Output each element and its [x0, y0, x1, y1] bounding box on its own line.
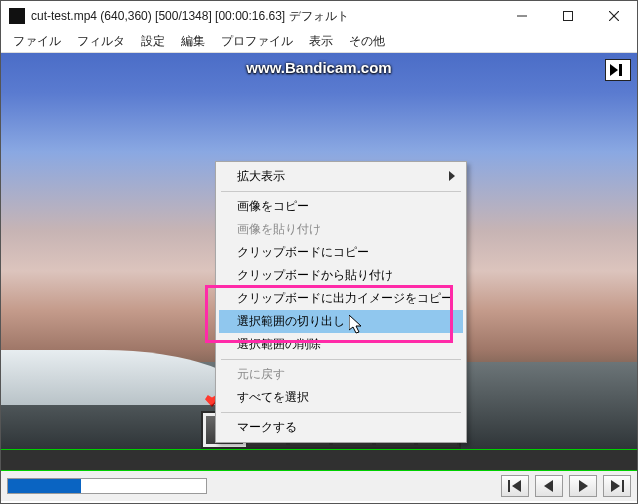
ctx-item-label: 選択範囲の削除: [237, 336, 321, 353]
jump-to-end-button[interactable]: [605, 59, 631, 81]
ctx-separator: [221, 191, 461, 192]
ctx-item-label: 元に戻す: [237, 366, 285, 383]
svg-marker-10: [544, 480, 553, 492]
ctx-mark[interactable]: マークする: [219, 416, 463, 439]
close-icon: [609, 11, 619, 21]
position-slider[interactable]: [7, 478, 207, 494]
svg-rect-8: [508, 480, 510, 492]
menu-view[interactable]: 表示: [301, 31, 341, 52]
timeline-track[interactable]: [1, 449, 637, 471]
maximize-icon: [563, 11, 573, 21]
ctx-paste-clipboard[interactable]: クリップボードから貼り付け: [219, 264, 463, 287]
submenu-arrow-icon: [449, 170, 455, 184]
maximize-button[interactable]: [545, 1, 591, 31]
context-menu: 拡大表示 画像をコピー 画像を貼り付け クリップボードにコピー クリップボードか…: [215, 161, 467, 443]
svg-marker-4: [610, 64, 618, 76]
ctx-separator: [221, 359, 461, 360]
prev-keyframe-button[interactable]: [501, 475, 529, 497]
svg-marker-6: [449, 171, 455, 181]
jump-to-end-icon: [610, 64, 626, 76]
menu-filter[interactable]: フィルタ: [69, 31, 133, 52]
ctx-item-label: 拡大表示: [237, 168, 285, 185]
watermark-text: www.Bandicam.com: [246, 59, 391, 76]
next-frame-button[interactable]: [569, 475, 597, 497]
menu-other[interactable]: その他: [341, 31, 393, 52]
menu-profile[interactable]: プロファイル: [213, 31, 301, 52]
ctx-cut-selection[interactable]: 選択範囲の切り出し: [219, 310, 463, 333]
app-window: cut-test.mp4 (640,360) [500/1348] [00:00…: [0, 0, 638, 504]
ctx-delete-selection[interactable]: 選択範囲の削除: [219, 333, 463, 356]
ctx-copy-clipboard[interactable]: クリップボードにコピー: [219, 241, 463, 264]
prev-frame-button[interactable]: [535, 475, 563, 497]
menu-file[interactable]: ファイル: [5, 31, 69, 52]
ctx-copy-output-image[interactable]: クリップボードに出力イメージをコピー: [219, 287, 463, 310]
ctx-item-label: 画像を貼り付け: [237, 221, 321, 238]
slider-fill: [8, 479, 81, 493]
video-viewport[interactable]: www.Bandicam.com 拡大表示: [1, 53, 637, 449]
next-keyframe-icon: [610, 480, 624, 492]
ctx-item-label: 画像をコピー: [237, 198, 309, 215]
titlebar: cut-test.mp4 (640,360) [500/1348] [00:00…: [1, 1, 637, 31]
ctx-item-label: クリップボードに出力イメージをコピー: [237, 290, 453, 307]
svg-marker-11: [579, 480, 588, 492]
svg-rect-1: [564, 12, 573, 21]
ctx-select-all[interactable]: すべてを選択: [219, 386, 463, 409]
ctx-separator: [221, 412, 461, 413]
next-keyframe-button[interactable]: [603, 475, 631, 497]
app-icon: [9, 8, 25, 24]
menubar: ファイル フィルタ 設定 編集 プロファイル 表示 その他: [1, 31, 637, 53]
svg-rect-5: [619, 64, 622, 76]
prev-frame-icon: [543, 480, 555, 492]
ctx-item-label: 選択範囲の切り出し: [237, 313, 345, 330]
prev-keyframe-icon: [508, 480, 522, 492]
svg-rect-13: [622, 480, 624, 492]
ctx-item-label: クリップボードから貼り付け: [237, 267, 393, 284]
ctx-item-label: クリップボードにコピー: [237, 244, 369, 261]
ctx-undo: 元に戻す: [219, 363, 463, 386]
close-button[interactable]: [591, 1, 637, 31]
next-frame-icon: [577, 480, 589, 492]
svg-marker-9: [512, 480, 521, 492]
svg-marker-12: [611, 480, 620, 492]
minimize-button[interactable]: [499, 1, 545, 31]
menu-edit[interactable]: 編集: [173, 31, 213, 52]
window-controls: [499, 1, 637, 31]
ctx-item-label: マークする: [237, 419, 297, 436]
ctx-zoom[interactable]: 拡大表示: [219, 165, 463, 188]
menu-settings[interactable]: 設定: [133, 31, 173, 52]
bottom-bar: [1, 471, 637, 501]
ctx-item-label: すべてを選択: [237, 389, 309, 406]
ctx-copy-image[interactable]: 画像をコピー: [219, 195, 463, 218]
minimize-icon: [517, 11, 527, 21]
window-title: cut-test.mp4 (640,360) [500/1348] [00:00…: [31, 8, 499, 25]
ctx-paste-image: 画像を貼り付け: [219, 218, 463, 241]
